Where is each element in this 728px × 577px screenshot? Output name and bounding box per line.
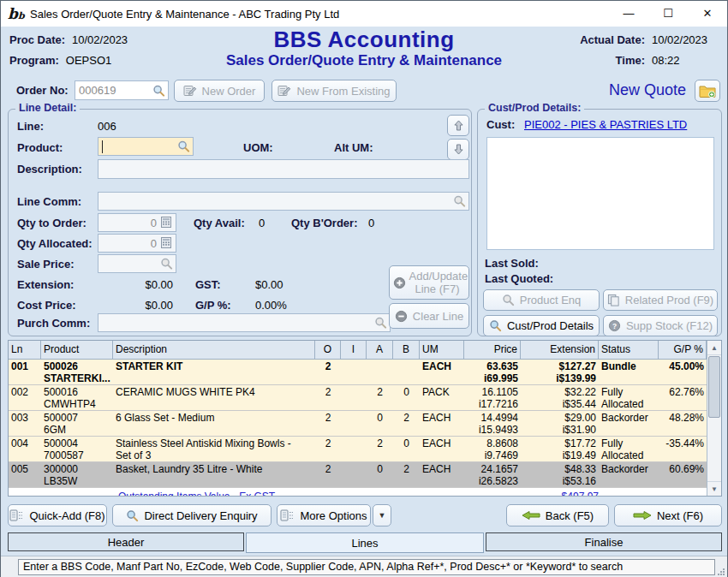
table-cell: 0 (367, 462, 393, 487)
qty-allocated-label: Qty Allocated: (17, 237, 92, 250)
table-cell: 003 (9, 411, 41, 436)
action-bar: Quick-Add (F8) Direct Delivery Enquiry M… (1, 502, 727, 531)
column-header: Ln (9, 341, 41, 359)
table-scrollbar[interactable]: ▲ ▼ (707, 341, 721, 496)
sale-price-search-icon[interactable] (160, 258, 173, 271)
product-field[interactable] (98, 137, 194, 156)
table-cell (341, 462, 367, 487)
window-title: Sales Order/Quote Entry & Maintenance - … (30, 8, 339, 21)
resize-grip[interactable] (717, 568, 725, 576)
purch-comm-search-icon[interactable] (374, 317, 387, 330)
line-down-button[interactable] (447, 139, 469, 160)
table-cell: 2 (315, 437, 341, 461)
order-lines-table: LnProductDescriptionOIABUMPriceExtension… (8, 340, 722, 497)
scroll-up-icon[interactable]: ▲ (707, 341, 721, 355)
order-search-icon[interactable] (152, 84, 165, 97)
product-enq-search-icon (502, 294, 515, 306)
line-comm-input[interactable] (98, 193, 468, 210)
table-cell: 16.1105i17.7216 (464, 385, 521, 410)
table-cell: 62.76% (659, 385, 707, 410)
description-input[interactable] (98, 160, 468, 178)
table-cell: 14.4994i15.9493 (464, 411, 521, 436)
more-options-button[interactable]: More Options (277, 504, 371, 526)
new-quote-button[interactable] (695, 80, 720, 102)
customer-link[interactable]: PIE002 - PIES & PASTRIES LTD (524, 118, 687, 131)
direct-delivery-label: Direct Delivery Enquiry (144, 509, 257, 522)
table-cell: $29.00i$31.90 (521, 411, 599, 436)
bottom-tabs: Header Lines Finalise (1, 532, 727, 554)
qty-allocated-calculator-icon[interactable] (160, 237, 173, 250)
line-comm-search-icon[interactable] (453, 195, 466, 208)
gp-label: G/P %: (195, 299, 231, 312)
table-cell: 0 (393, 437, 420, 461)
new-from-existing-icon (277, 85, 291, 97)
table-cell: STARTER KIT (113, 360, 315, 384)
cost-price-value: $0.00 (98, 299, 173, 312)
line-label: Line: (17, 120, 44, 133)
tab-header[interactable]: Header (8, 532, 244, 551)
clipboard-icon (607, 294, 620, 306)
plus-circle-icon (393, 277, 406, 289)
actual-date-value: 10/02/2023 (652, 33, 719, 46)
close-icon[interactable]: ✕ (688, 1, 727, 27)
clear-line-label: Clear Line (413, 310, 463, 323)
product-enq-label: Product Enq (520, 294, 582, 306)
qty-to-order-field[interactable] (98, 213, 176, 232)
cust-prod-info-panel (486, 137, 714, 250)
header: Proc Date:10/02/2023 Program:OEPSO1 BBS … (1, 27, 727, 78)
minimize-icon[interactable]: — (609, 1, 648, 27)
table-row[interactable]: 0045000047000587Stainless Steel Antiskid… (9, 437, 721, 462)
tab-lines[interactable]: Lines (246, 532, 484, 553)
scrollbar-thumb[interactable] (708, 356, 720, 418)
table-cell (341, 385, 367, 410)
table-row[interactable]: 0035000076GM6 Glass Set - Medium202EACH1… (9, 411, 721, 437)
titlebar: bb Sales Order/Quote Entry & Maintenance… (1, 1, 727, 27)
order-no-field[interactable] (75, 80, 169, 100)
new-quote-label: New Quote (609, 81, 686, 99)
quick-add-button[interactable]: Quick-Add (F8) (8, 504, 107, 526)
related-prod-button: Related Prod (F9) (603, 289, 718, 311)
qty-allocated-field[interactable] (98, 234, 176, 253)
description-field[interactable] (98, 159, 469, 179)
table-cell: 60.69% (659, 462, 707, 487)
maximize-icon[interactable]: ☐ (648, 1, 688, 27)
sale-price-field[interactable] (98, 254, 176, 273)
tab-finalise[interactable]: Finalise (486, 532, 722, 551)
qty-avail-value: 0 (259, 217, 265, 229)
gst-value: $0.00 (255, 278, 283, 291)
extension-value: $0.00 (98, 278, 173, 291)
text-caret (102, 140, 103, 153)
line-up-button[interactable] (447, 115, 469, 136)
table-cell (341, 411, 367, 436)
sale-price-label: Sale Price: (17, 258, 75, 271)
table-cell: Basket, Laundry 35 Litre - White (113, 462, 315, 487)
cust-prod-details-button[interactable]: Cust/Prod Details (483, 315, 600, 336)
purch-comm-field[interactable] (98, 313, 391, 332)
purch-comm-input[interactable] (98, 314, 390, 331)
cost-price-label: Cost Price: (17, 299, 76, 312)
back-button[interactable]: Back (F5) (506, 504, 609, 526)
scroll-down-icon[interactable]: ▼ (707, 481, 721, 496)
outstanding-value-label: Outstanding Items Value - Ex GST (118, 491, 275, 497)
table-row[interactable]: 002500016CMWHTP4CERAMIC MUGS WHITE PK422… (9, 385, 721, 411)
more-options-dropdown-button[interactable]: ▼ (373, 504, 391, 526)
product-search-icon[interactable] (177, 140, 190, 153)
product-label: Product: (17, 141, 63, 154)
table-cell: 001 (9, 360, 41, 384)
order-bar: Order No: New Order New From Existing Ne… (1, 78, 727, 105)
new-from-existing-button: New From Existing (272, 80, 397, 102)
gst-label: GST: (195, 278, 221, 291)
line-comm-field[interactable] (98, 192, 469, 211)
table-cell (341, 360, 367, 384)
cust-prod-details-label: Cust/Prod Details (507, 319, 594, 332)
table-cell: 48.28% (659, 411, 707, 436)
table-row[interactable]: 001500026STARTERKI...STARTER KIT2EACH63.… (9, 360, 721, 385)
more-options-label: More Options (300, 509, 367, 522)
cust-prod-search-icon (489, 319, 502, 332)
direct-delivery-enquiry-button[interactable]: Direct Delivery Enquiry (112, 504, 272, 526)
chevron-down-icon: ▼ (379, 511, 386, 520)
table-row[interactable]: 005300000LB35WBasket, Laundry 35 Litre -… (9, 462, 721, 488)
folder-plus-icon (699, 84, 716, 98)
next-button[interactable]: Next (F6) (614, 504, 722, 526)
qty-to-order-calculator-icon[interactable] (160, 217, 173, 229)
